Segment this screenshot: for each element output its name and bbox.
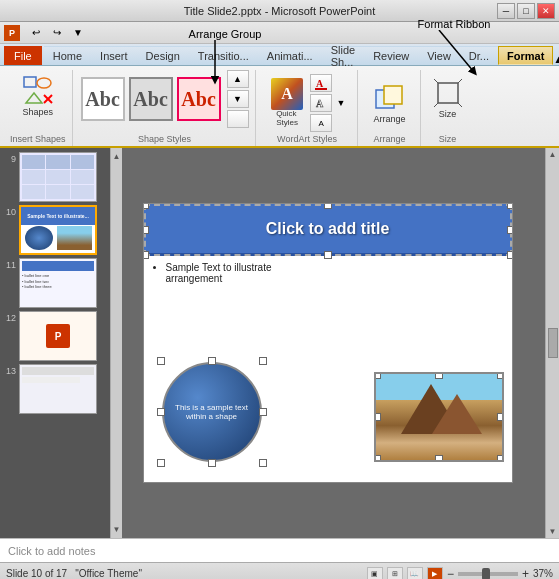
circle-handle-bc[interactable]: [208, 459, 216, 467]
img-handle-bc[interactable]: [435, 455, 443, 462]
handle-mr[interactable]: [507, 226, 513, 234]
ribbon-group-size: Size Size: [423, 70, 473, 146]
zoom-level: 37%: [533, 568, 553, 579]
arrange-label: Arrange: [374, 114, 406, 124]
redo-button[interactable]: ↪: [48, 25, 66, 41]
scroll-down-main[interactable]: ▼: [549, 527, 557, 536]
shapes-button[interactable]: Shapes: [13, 70, 63, 122]
img-handle-tc[interactable]: [435, 372, 443, 379]
text-fill-button[interactable]: A: [310, 74, 332, 92]
minimize-button[interactable]: ─: [497, 3, 515, 19]
shape-fill-button[interactable]: ▲: [227, 70, 249, 88]
svg-rect-12: [438, 83, 458, 103]
bullet-list: Sample Text to illustrate arrangement: [152, 262, 327, 284]
slide-image-9: [19, 152, 97, 202]
slide-sorter-button[interactable]: ⊞: [387, 567, 403, 580]
handle-bl[interactable]: [143, 251, 149, 259]
theme-name: "Office Theme": [75, 568, 142, 579]
wordart-expand-button[interactable]: ▼: [336, 74, 346, 132]
slide-text-area: Sample Text to illustrate arrangement: [152, 262, 327, 288]
circle-handle-bl[interactable]: [157, 459, 165, 467]
tab-home[interactable]: Home: [44, 46, 91, 65]
text-effects-button[interactable]: A: [310, 114, 332, 132]
main-scrollbar-vertical: ▲ ▼: [545, 148, 559, 538]
slide-thumbnail-12[interactable]: 12 P: [4, 311, 106, 361]
slide-title-placeholder[interactable]: Click to add title: [266, 220, 390, 238]
handle-ml[interactable]: [143, 226, 149, 234]
reading-view-button[interactable]: 📖: [407, 567, 423, 580]
shape-style-1[interactable]: Abc: [81, 77, 125, 121]
circle-handle-br[interactable]: [259, 459, 267, 467]
handle-br[interactable]: [507, 251, 513, 259]
img-handle-tl[interactable]: [374, 372, 381, 379]
img-handle-tr[interactable]: [497, 372, 504, 379]
svg-rect-11: [384, 86, 402, 104]
quick-styles-button[interactable]: A QuickStyles: [268, 75, 306, 131]
quick-access-toolbar: P ↩ ↪ ▼: [0, 22, 559, 44]
maximize-button[interactable]: □: [517, 3, 535, 19]
shape-style-options: Abc Abc Abc ▲ ▼: [81, 70, 249, 128]
shape-styles-expand-button[interactable]: ▼: [227, 90, 249, 108]
tab-insert[interactable]: Insert: [91, 46, 137, 65]
arrange-button[interactable]: Arrange: [366, 79, 414, 127]
handle-tc[interactable]: [324, 203, 332, 209]
img-handle-ml[interactable]: [374, 413, 381, 421]
close-button[interactable]: ✕: [537, 3, 555, 19]
circle-handle-tl[interactable]: [157, 357, 165, 365]
customize-quick-access-button[interactable]: ▼: [69, 25, 87, 41]
tab-slideshow[interactable]: Slide Sh...: [322, 46, 364, 65]
undo-button[interactable]: ↩: [27, 25, 45, 41]
tab-transitions[interactable]: Transitio...: [189, 46, 258, 65]
svg-line-16: [434, 79, 438, 83]
ribbon: Shapes Insert Shapes Abc Abc Abc ▲ ▼: [0, 66, 559, 148]
slide-image[interactable]: [374, 372, 504, 462]
tab-design[interactable]: Design: [137, 46, 189, 65]
main-slide: Click to add title: [143, 203, 513, 483]
zoom-slider[interactable]: [458, 572, 518, 576]
shape-circle[interactable]: This is a sample text within a shape: [162, 362, 262, 462]
zoom-plus-button[interactable]: +: [522, 567, 529, 580]
circle-handle-ml[interactable]: [157, 408, 165, 416]
zoom-minus-button[interactable]: −: [447, 567, 454, 580]
slide-thumbnail-13[interactable]: 13: [4, 364, 106, 414]
slide-panel: 9 10 Sample Te: [0, 148, 110, 538]
slide-number-9: 9: [4, 154, 16, 164]
tab-animations[interactable]: Animati...: [258, 46, 322, 65]
slideshow-button[interactable]: ▶: [427, 567, 443, 580]
powerpoint-logo: P: [4, 25, 20, 41]
zoom-handle[interactable]: [482, 568, 490, 580]
svg-rect-2: [24, 77, 36, 87]
slide-thumbnail-11[interactable]: 11 • bullet line one• bullet line two• b…: [4, 258, 106, 308]
shape-style-2[interactable]: Abc: [129, 77, 173, 121]
tab-view[interactable]: View: [418, 46, 460, 65]
slide-image-12: P: [19, 311, 97, 361]
handle-tl[interactable]: [143, 203, 149, 209]
slide-thumbnail-10[interactable]: 10 Sample Text to illustrate...: [4, 205, 106, 255]
img-handle-bl[interactable]: [374, 455, 381, 462]
ribbon-collapse-button[interactable]: ▲: [553, 53, 559, 65]
handle-bc[interactable]: [324, 251, 332, 259]
ribbon-group-arrange: Arrange Arrange: [360, 70, 421, 146]
circle-handle-tc[interactable]: [208, 357, 216, 365]
img-handle-mr[interactable]: [497, 413, 504, 421]
shape-style-3[interactable]: Abc: [177, 77, 221, 121]
normal-view-button[interactable]: ▣: [367, 567, 383, 580]
size-button[interactable]: Size: [429, 74, 467, 122]
img-handle-br[interactable]: [497, 455, 504, 462]
handle-tr[interactable]: [507, 203, 513, 209]
slide-thumbnail-9[interactable]: 9: [4, 152, 106, 202]
circle-handle-tr[interactable]: [259, 357, 267, 365]
text-outline-button[interactable]: A: [310, 94, 332, 112]
svg-marker-4: [26, 93, 42, 103]
scroll-up-main[interactable]: ▲: [549, 150, 557, 159]
scroll-thumb[interactable]: [548, 328, 558, 358]
notes-bar[interactable]: Click to add notes: [0, 538, 559, 562]
circle-handle-mr[interactable]: [259, 408, 267, 416]
tab-review[interactable]: Review: [364, 46, 418, 65]
slide-number-11: 11: [4, 260, 16, 270]
shape-outline-button[interactable]: [227, 110, 249, 128]
tab-format[interactable]: Format: [498, 46, 553, 65]
tab-dr[interactable]: Dr...: [460, 46, 498, 65]
slide-number-12: 12: [4, 313, 16, 323]
tab-file[interactable]: File: [4, 46, 42, 65]
